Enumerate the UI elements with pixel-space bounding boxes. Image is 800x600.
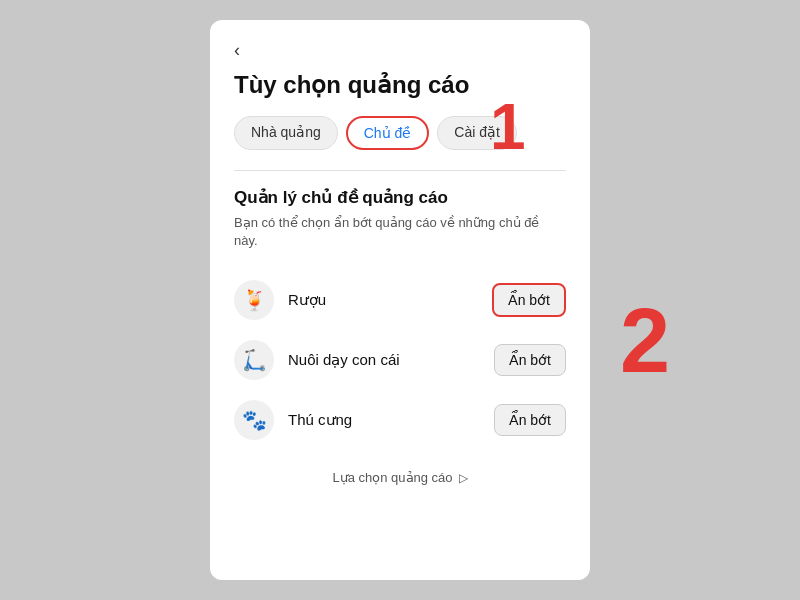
list-item: 🍹 Rượu Ẩn bớt [234,270,566,330]
tab-chu-de[interactable]: Chủ đề [346,116,430,150]
list-item: 🐾 Thú cưng Ẩn bớt [234,390,566,450]
ruou-hide-button[interactable]: Ẩn bớt [492,283,566,317]
bottom-link[interactable]: Lựa chọn quảng cáo ▷ [234,470,566,485]
bottom-link-arrow-icon: ▷ [459,471,468,485]
nuoi-day-hide-button[interactable]: Ẩn bớt [494,344,566,376]
section-description: Bạn có thể chọn ẩn bớt quảng cáo về nhữn… [234,214,566,250]
list-item: 🛴 Nuôi dạy con cái Ẩn bớt [234,330,566,390]
phone-container: ‹ Tùy chọn quảng cáo Nhà quảng Chủ đề Cà… [210,20,590,580]
section-divider [234,170,566,171]
thu-cung-icon: 🐾 [234,400,274,440]
nuoi-day-label: Nuôi dạy con cái [288,351,400,369]
annotation-2: 2 [620,290,800,393]
section-title: Quản lý chủ đề quảng cáo [234,187,566,208]
tab-nha-quang[interactable]: Nhà quảng [234,116,338,150]
tab-cai-dat[interactable]: Cài đặt [437,116,517,150]
ruou-icon: 🍹 [234,280,274,320]
page-title: Tùy chọn quảng cáo [234,71,566,100]
bottom-link-label: Lựa chọn quảng cáo [332,470,452,485]
ad-items-list: 🍹 Rượu Ẩn bớt 🛴 Nuôi dạy con cái Ẩn bớt … [234,270,566,450]
thu-cung-label: Thú cưng [288,411,352,429]
thu-cung-hide-button[interactable]: Ẩn bớt [494,404,566,436]
back-button[interactable]: ‹ [234,40,240,61]
ruou-label: Rượu [288,291,326,309]
nuoi-day-icon: 🛴 [234,340,274,380]
tabs-container: Nhà quảng Chủ đề Cài đặt [234,116,566,150]
